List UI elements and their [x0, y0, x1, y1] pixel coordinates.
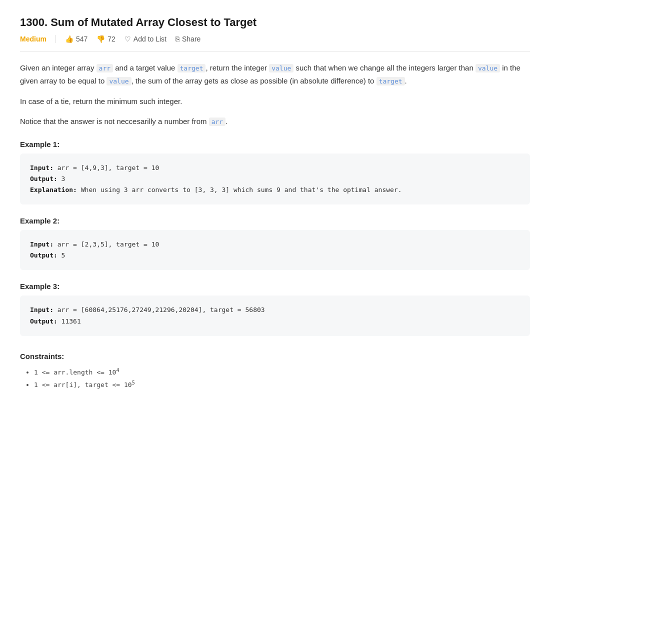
heart-icon: ♡	[124, 35, 131, 43]
downvote-count: 72	[108, 35, 116, 43]
target-code-1: target	[178, 64, 206, 72]
arr-code-2: arr	[209, 118, 226, 126]
example-1-output: Output: 3	[30, 174, 520, 184]
problem-description: Given an integer array arr and a target …	[20, 62, 530, 128]
example-2-label: Example 2:	[20, 216, 530, 225]
example-3-output: Output: 11361	[30, 316, 520, 327]
desc-paragraph-1: Given an integer array arr and a target …	[20, 62, 530, 88]
share-icon: ⎘	[176, 35, 180, 43]
meta-row: Medium 👍 547 👎 72 ♡ Add to List ⎘ Share	[20, 35, 530, 52]
example-3: Example 3: Input: arr = [60864,25176,272…	[20, 282, 530, 336]
thumbs-down-icon: 👎	[96, 35, 105, 43]
value-code-1: value	[269, 64, 294, 72]
example-2-output: Output: 5	[30, 250, 520, 261]
constraints-label: Constraints:	[20, 352, 530, 360]
example-1-label: Example 1:	[20, 140, 530, 148]
arr-code-1: arr	[96, 64, 113, 72]
problem-title: 1300. Sum of Mutated Array Closest to Ta…	[20, 16, 530, 29]
value-code-2: value	[476, 64, 500, 72]
upvote-button[interactable]: 👍 547	[65, 35, 88, 43]
thumbs-up-icon: 👍	[65, 35, 74, 43]
target-code-2: target	[376, 77, 405, 86]
constraints-section: Constraints: 1 <= arr.length <= 104 1 <=…	[20, 352, 530, 389]
constraint-2: 1 <= arr[i], target <= 105	[34, 380, 530, 388]
example-2: Example 2: Input: arr = [2,3,5], target …	[20, 216, 530, 270]
example-2-input: Input: arr = [2,3,5], target = 10	[30, 239, 520, 250]
upvote-count: 547	[76, 35, 88, 43]
example-1: Example 1: Input: arr = [4,9,3], target …	[20, 140, 530, 204]
constraints-list: 1 <= arr.length <= 104 1 <= arr[i], targ…	[20, 368, 530, 389]
divider-1	[56, 35, 56, 43]
desc-paragraph-2: In case of a tie, return the minimum suc…	[20, 95, 530, 108]
constraint-1: 1 <= arr.length <= 104	[34, 368, 530, 376]
example-1-input: Input: arr = [4,9,3], target = 10	[30, 162, 520, 174]
example-1-explanation: Explanation: When using 3 arr converts t…	[30, 184, 520, 196]
desc-paragraph-3: Notice that the answer is not neccesaril…	[20, 115, 530, 128]
share-button[interactable]: ⎘ Share	[176, 35, 200, 43]
example-1-code: Input: arr = [4,9,3], target = 10 Output…	[20, 154, 530, 204]
add-to-list-button[interactable]: ♡ Add to List	[124, 35, 166, 43]
example-3-input: Input: arr = [60864,25176,27249,21296,20…	[30, 304, 520, 316]
example-3-label: Example 3:	[20, 282, 530, 290]
share-label: Share	[182, 35, 200, 43]
example-2-code: Input: arr = [2,3,5], target = 10 Output…	[20, 230, 530, 270]
difficulty-badge: Medium	[20, 35, 46, 43]
example-3-code: Input: arr = [60864,25176,27249,21296,20…	[20, 296, 530, 336]
downvote-button[interactable]: 👎 72	[96, 35, 116, 43]
value-code-3: value	[106, 77, 131, 86]
add-to-list-label: Add to List	[134, 35, 166, 43]
